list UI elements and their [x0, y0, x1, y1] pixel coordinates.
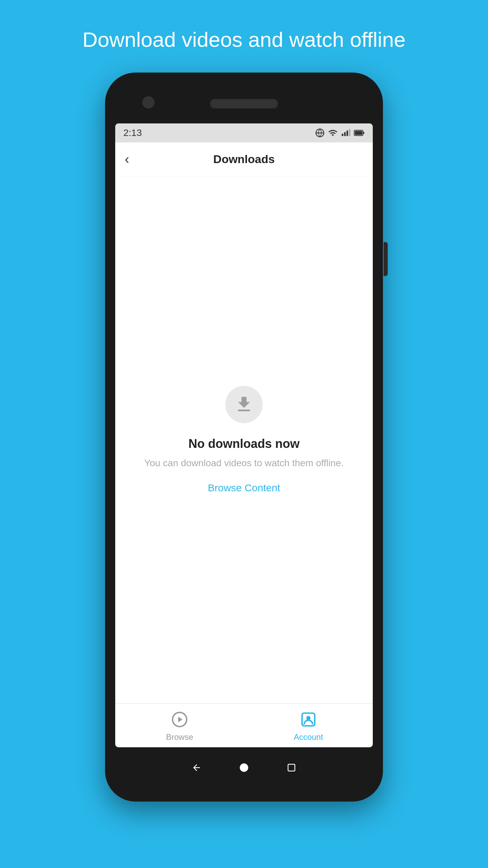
svg-point-13 — [240, 764, 248, 772]
app-header: ‹ Downloads — [115, 142, 373, 176]
phone-speaker — [210, 99, 278, 108]
svg-rect-2 — [342, 134, 343, 136]
phone-bottom-bezel — [115, 751, 373, 785]
page-background-title: Download videos and watch offline — [55, 27, 433, 52]
android-home-btn[interactable] — [237, 761, 251, 774]
browse-nav-label: Browse — [166, 732, 193, 742]
svg-rect-8 — [355, 131, 362, 135]
download-icon-circle — [225, 386, 263, 423]
phone-camera — [142, 96, 155, 108]
browse-content-link[interactable]: Browse Content — [208, 482, 280, 494]
status-icons — [315, 128, 365, 138]
phone-side-button — [384, 242, 388, 276]
svg-rect-7 — [363, 132, 364, 134]
status-bar: 2:13 — [115, 123, 373, 142]
battery-icon — [354, 129, 365, 137]
nav-item-browse[interactable]: Browse — [115, 704, 244, 747]
back-button[interactable]: ‹ — [125, 152, 129, 167]
svg-marker-10 — [178, 717, 183, 723]
main-content: No downloads now You can download videos… — [115, 176, 373, 703]
data-icon — [315, 128, 325, 138]
phone-frame: 2:13 — [105, 73, 383, 802]
browse-nav-icon — [169, 709, 190, 730]
phone-top-bezel — [115, 83, 373, 123]
status-time: 2:13 — [123, 127, 142, 138]
bottom-nav: Browse Account — [115, 703, 373, 747]
signal-icon — [341, 128, 350, 138]
account-nav-icon — [298, 709, 319, 730]
header-title: Downloads — [213, 153, 274, 166]
phone-screen: 2:13 — [115, 123, 373, 747]
download-icon — [234, 394, 254, 415]
svg-rect-5 — [349, 129, 350, 136]
android-recents-btn[interactable] — [285, 761, 298, 774]
no-downloads-title: No downloads now — [188, 437, 300, 451]
nav-item-account[interactable]: Account — [244, 704, 373, 747]
android-back-btn[interactable] — [190, 761, 203, 774]
account-nav-label: Account — [294, 732, 323, 742]
wifi-icon — [328, 128, 338, 138]
svg-rect-4 — [346, 131, 348, 136]
svg-rect-14 — [288, 764, 295, 771]
no-downloads-subtitle: You can download videos to watch them of… — [144, 458, 344, 469]
svg-rect-3 — [344, 132, 346, 136]
